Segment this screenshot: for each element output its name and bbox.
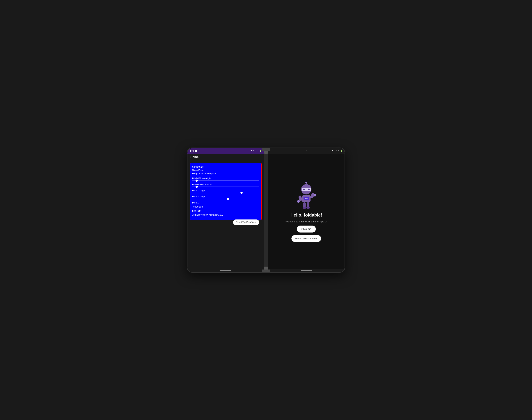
- svg-rect-13: [303, 202, 306, 207]
- welcome-text: Welcome to .NET Multi-platform App UI: [285, 220, 327, 223]
- svg-text:.NET: .NET: [305, 198, 308, 199]
- status-bar-left: 4:34 A ▼▲ ▲▲ 🔋: [187, 148, 264, 154]
- signal-icon: ▲▲: [255, 150, 259, 152]
- pane1-length-section: Pane1Length: [192, 189, 259, 193]
- min-wide-label: MinWideModeWidth: [192, 183, 259, 186]
- hinge-bottom: [262, 270, 270, 273]
- camera-dot: [306, 150, 307, 151]
- right-content: .NET: [268, 154, 345, 269]
- reset-twopaneview-button-right[interactable]: Reset TwoPaneView: [291, 235, 321, 242]
- svg-rect-14: [307, 202, 310, 207]
- min-wide-slider-thumb[interactable]: [195, 186, 198, 188]
- pane1-slider-track: [192, 193, 259, 193]
- reset-twopaneview-button-left[interactable]: Reset TwoPaneView: [233, 220, 259, 225]
- wifi-icon: ▼▲: [251, 150, 254, 152]
- pane2-slider-thumb[interactable]: [227, 198, 229, 200]
- robot-mascot: .NET: [294, 180, 318, 210]
- left-screen: 4:34 A ▼▲ ▲▲ 🔋 Home ScreenSize SinglePan…: [187, 148, 264, 272]
- svg-point-4: [303, 189, 305, 190]
- top-bottom-text: TopBottom: [192, 206, 259, 208]
- right-screen: ▼▲ ▲▲ 🔋: [268, 148, 345, 272]
- pane1-length-label: Pane1Length: [192, 189, 259, 192]
- hinge-center: [264, 148, 268, 272]
- title-bar-left: Home: [187, 154, 264, 161]
- nav-pill-right: [301, 270, 312, 271]
- nav-pill-left: [220, 270, 231, 271]
- svg-point-16: [306, 207, 310, 209]
- notification-icon: A: [195, 150, 197, 152]
- jetpack-text: Jetpack Window Manager 1.0.0: [192, 214, 259, 216]
- pane2-slider-track: [192, 199, 259, 199]
- battery-icon: 🔋: [260, 150, 262, 152]
- hello-foldable-text: Hello, foldable!: [291, 212, 322, 218]
- click-me-button[interactable]: Click me: [297, 225, 316, 233]
- signal-icon-right: ▲▲: [336, 150, 340, 152]
- svg-point-11: [297, 200, 300, 203]
- single-pane-label: SinglePane: [192, 169, 259, 172]
- pane1-text: Pane1: [192, 201, 259, 204]
- status-bar-left-group: 4:34 A: [190, 150, 197, 152]
- pane2-length-label: Pane2Length: [192, 195, 259, 198]
- min-tall-slider-thumb[interactable]: [195, 180, 198, 182]
- min-wide-section: MinWideModeWidth: [192, 183, 259, 187]
- pane2-length-section: Pane2Length: [192, 195, 259, 199]
- wifi-icon-right: ▼▲: [331, 150, 335, 152]
- svg-point-15: [303, 207, 306, 209]
- svg-point-0: [305, 182, 307, 184]
- min-wide-slider-track: [192, 187, 259, 187]
- min-tall-section: MinTallModeHeight: [192, 177, 259, 181]
- left-content: ScreenSize SinglePane Hinge angle: 90 de…: [187, 161, 264, 269]
- robot-svg: .NET: [294, 180, 318, 210]
- pane1-slider-thumb[interactable]: [240, 192, 243, 194]
- device-frame: 4:34 A ▼▲ ▲▲ 🔋 Home ScreenSize SinglePan…: [187, 148, 345, 273]
- left-right-text: LeftRight: [192, 210, 259, 212]
- info-panel: ScreenSize SinglePane Hinge angle: 90 de…: [190, 163, 262, 220]
- svg-point-5: [308, 189, 310, 190]
- time-display: 4:34: [190, 150, 194, 152]
- svg-point-12: [314, 194, 316, 196]
- screen-size-label: ScreenSize: [192, 165, 259, 168]
- nav-bar-right: [268, 269, 345, 272]
- page-title: Home: [190, 155, 198, 159]
- status-bar-right-screen: ▼▲ ▲▲ 🔋: [268, 148, 345, 154]
- nav-bar-left: [187, 269, 264, 272]
- min-tall-slider-track: [192, 180, 259, 181]
- battery-icon-right: 🔋: [340, 150, 342, 152]
- hinge-top: [262, 148, 270, 151]
- hinge-angle-label: Hinge angle: 90 degrees: [192, 172, 259, 175]
- min-tall-label: MinTallModeHeight: [192, 177, 259, 180]
- right-status-icons: ▼▲ ▲▲ 🔋: [331, 150, 342, 152]
- status-bar-right-group: ▼▲ ▲▲ 🔋: [251, 150, 262, 152]
